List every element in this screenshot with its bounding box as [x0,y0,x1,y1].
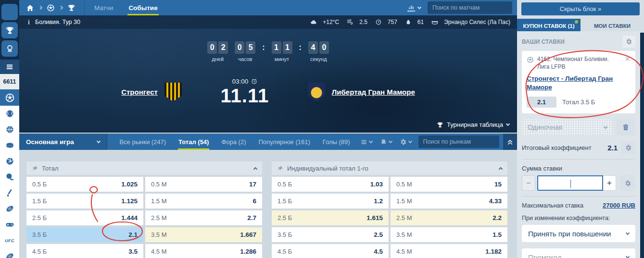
bet-match-link[interactable]: Стронгест - Либертад Гран Маморе [527,74,631,91]
market-card-header[interactable]: Тотал [26,161,262,175]
odd-cell-0.5Б[interactable]: 0.5 Б1.025 [26,177,143,192]
chevron-down-icon [626,231,630,235]
odd-cell-0.5М[interactable]: 0.5 М17 [145,177,262,192]
odd-cell-4.5Б[interactable]: 4.5 Б3.5 [26,244,143,258]
odd-cell-1.5М[interactable]: 1.5 М4.33 [391,194,507,209]
standings-label: Турнирная таблица [447,121,503,128]
temperature: +12°C [323,19,339,25]
market-search[interactable] [418,135,499,148]
statistics-toggle[interactable] [407,4,421,12]
page-edge-strip [640,33,644,258]
sidebar-item-cricket[interactable] [0,185,19,201]
sidebar-item-table-tennis[interactable] [0,169,19,185]
market-search-input[interactable] [422,138,502,146]
market-tab-2[interactable]: Фора (2) [215,134,252,150]
coef-change-select[interactable]: Принять при повышении [522,225,635,242]
market-tab-3[interactable]: Популярное (161) [253,134,316,150]
pressure-icon [375,19,382,25]
home-team-link[interactable]: Стронгест [121,88,158,96]
sidebar-item-ufc[interactable]: UFC [0,233,19,248]
odd-value: 1.2 [374,197,383,205]
sidebar-item-volleyball[interactable] [0,153,19,169]
market-tab-4[interactable]: Голы (89) [316,134,356,150]
amount-decrease-button[interactable] [522,175,535,191]
sidebar-item-favorites[interactable] [1,4,18,20]
sidebar-item-menu[interactable] [0,60,19,74]
odd-cell-1.5Б[interactable]: 1.5 Б1.125 [26,194,143,209]
odd-cell-3.5Б[interactable]: 3.5 Б2.1 [26,227,143,242]
plus-icon [606,180,612,186]
market-card-header[interactable]: Индивидуальный тотал 1-го [272,161,507,175]
sidebar-item-tournaments[interactable] [1,22,18,38]
sidebar-item-tennis[interactable] [0,106,19,122]
clear-coupon-button[interactable] [616,119,635,135]
sidebar-item-american-football[interactable] [0,248,19,258]
tab-matches[interactable]: Матчи [87,0,121,15]
bet-amount-input[interactable] [537,175,603,191]
standings-toggle[interactable]: Турнирная таблица [437,121,509,128]
markets-section: Основная игра Все рынки (247)Тотал (54)Ф… [19,133,517,258]
match-search[interactable] [428,1,512,14]
promo-code-select[interactable]: Промокод [522,248,635,258]
odd-cell-3.5М[interactable]: 3.5 М1.667 [145,227,262,242]
sidebar-item-events-counter[interactable]: 6611 [0,74,19,89]
countdown-digit: 1 [272,41,281,54]
odd-cell-2.5Б[interactable]: 2.5 Б1.444 [26,210,143,225]
coefficient-settings-button[interactable] [621,141,635,154]
amount-increase-button[interactable] [603,175,616,191]
away-team-link[interactable]: Либертад Гран Маморе [332,88,415,96]
sidebar-item-ice-hockey[interactable] [0,137,19,153]
match-search-input[interactable] [431,4,511,12]
soccer-ball-icon[interactable] [47,4,55,12]
odd-cell-3.5М[interactable]: 3.5 М1.5 [391,227,507,242]
market-group-select[interactable]: Основная игра [19,134,107,150]
odd-label: 2.5 М [396,214,412,221]
odd-cell-4.5М[interactable]: 4.5 М1.286 [145,244,262,258]
sidebar-item-basketball[interactable] [0,122,19,137]
sidebar-item-awards[interactable] [1,40,18,57]
market-alerts-toggle[interactable] [380,138,392,146]
market-tab-0[interactable]: Все рынки (247) [113,134,172,150]
odd-cell-0.5Б[interactable]: 0.5 Б1.03 [272,177,389,192]
trophy-icon[interactable] [67,4,76,12]
market-row: 1.5 Б1.1251.5 М6 [26,194,262,209]
home-icon[interactable] [26,4,34,12]
market-view-toggle[interactable] [360,138,372,146]
sidebar-item-rugby[interactable] [0,201,19,217]
hide-block-button[interactable]: Скрыть блок » [521,2,640,15]
odd-cell-3.5Б[interactable]: 3.5 Б2.5 [272,227,389,242]
coupon-settings-button[interactable] [622,36,635,48]
odd-cell-1.5Б[interactable]: 1.5 Б1.2 [272,194,389,209]
odd-cell-2.5М[interactable]: 2.5 М2.7 [145,210,262,225]
betting-event-page: 6611UFC Матчи Событие Боливия. Тур 30 +1… [0,0,644,258]
soccer-ball-icon [5,93,15,103]
sidebar-item-football[interactable] [0,89,19,106]
odd-cell-0.5М[interactable]: 0.5 М15 [391,177,507,192]
odd-cell-4.5Б[interactable]: 4.5 Б4.5 [272,244,389,258]
bet-type-select[interactable]: Одиночная [522,119,613,135]
tab-bet-coupon[interactable]: КУПОН СТАВОК (1) [517,19,581,33]
total-coefficient-value: 2.1 [607,144,618,152]
info-icon[interactable] [26,19,32,25]
chevron-up-icon [499,167,503,171]
stadium-icon [431,19,438,25]
odd-cell-4.5М[interactable]: 4.5 М1.182 [391,244,507,258]
max-bet-link[interactable]: 27000 RUB [603,202,635,209]
pin-icon[interactable] [32,165,38,172]
market-settings-toggle[interactable] [400,138,412,146]
odd-cell-2.5Б[interactable]: 2.5 Б1.615 [272,210,389,225]
tab-event[interactable]: Событие [121,0,165,15]
collapse-all-button[interactable] [503,134,517,150]
odd-cell-2.5М[interactable]: 2.5 М2.2 [391,210,507,225]
odd-cell-1.5М[interactable]: 1.5 М6 [145,194,262,209]
promo-code-placeholder: Промокод [528,253,562,258]
amount-settings-button[interactable] [620,175,635,191]
chevron-down-icon [408,139,412,143]
sidebar-item-esports[interactable] [0,217,19,233]
remove-bet-button[interactable] [624,56,631,62]
ufc-label: UFC [5,238,14,243]
pin-icon[interactable] [277,165,283,172]
tab-my-bets[interactable]: МОИ СТАВКИ [581,19,644,33]
odd-value: 3.5 [128,248,138,255]
market-tab-1[interactable]: Тотал (54) [172,134,215,150]
